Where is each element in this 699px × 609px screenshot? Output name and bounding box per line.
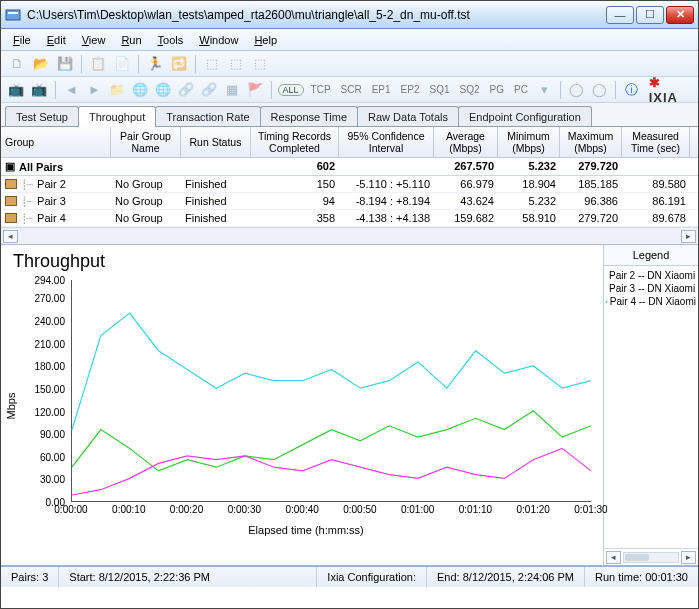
- orb-icon-2[interactable]: ◯: [590, 80, 609, 100]
- x-tick: 0:00:20: [170, 504, 203, 515]
- status-runtime: Run time: 00:01:30: [585, 567, 698, 587]
- tool-icon-3[interactable]: ⬚: [250, 54, 270, 74]
- legend-scroll-right-icon[interactable]: ▸: [681, 551, 696, 564]
- new-icon[interactable]: 🗋: [7, 54, 27, 74]
- col-timing[interactable]: Timing Records Completed: [251, 127, 339, 158]
- orb-icon-1[interactable]: ◯: [567, 80, 586, 100]
- proto-ep2[interactable]: EP2: [398, 83, 423, 96]
- toolbar-main: 🗋 📂 💾 📋 📄 🏃 🔁 ⬚ ⬚ ⬚: [1, 51, 698, 77]
- proto-sq2[interactable]: SQ2: [457, 83, 483, 96]
- y-tick: 60.00: [40, 451, 65, 462]
- col-rp[interactable]: Relative Precision: [690, 127, 699, 158]
- proto-scr[interactable]: SCR: [338, 83, 365, 96]
- tab-response-time[interactable]: Response Time: [260, 106, 358, 126]
- menu-edit[interactable]: Edit: [41, 32, 72, 48]
- pair-icon: [5, 196, 17, 206]
- proto-ep1[interactable]: EP1: [369, 83, 394, 96]
- grid-row-totals[interactable]: ▣ All Pairs 602 267.570 5.232 279.720: [1, 158, 698, 176]
- stop-icon[interactable]: 🔁: [169, 54, 189, 74]
- legend-item[interactable]: Pair 3 -- DN Xiaomi I: [606, 283, 696, 294]
- net-icon-1[interactable]: 🌐: [131, 80, 150, 100]
- scroll-left-icon[interactable]: ◂: [3, 230, 18, 243]
- prev-icon[interactable]: ◄: [62, 80, 81, 100]
- col-avg[interactable]: Average (Mbps): [434, 127, 498, 158]
- endpoint-icon-1[interactable]: 📺: [7, 80, 26, 100]
- proto-sq1[interactable]: SQ1: [426, 83, 452, 96]
- col-pair-group[interactable]: Pair Group Name: [111, 127, 181, 158]
- open-icon[interactable]: 📂: [31, 54, 51, 74]
- proto-pc[interactable]: PC: [511, 83, 531, 96]
- table-row[interactable]: ┊┈ Pair 4No GroupFinished358-4.138 : +4.…: [1, 210, 698, 227]
- legend-hscroll[interactable]: ◂ ▸: [604, 548, 698, 565]
- tab-transaction-rate[interactable]: Transaction Rate: [155, 106, 260, 126]
- menu-help[interactable]: Help: [248, 32, 283, 48]
- menu-file[interactable]: File: [7, 32, 37, 48]
- next-icon[interactable]: ►: [85, 80, 104, 100]
- menu-view[interactable]: View: [76, 32, 112, 48]
- tab-raw-data-totals[interactable]: Raw Data Totals: [357, 106, 459, 126]
- link-icon-2[interactable]: 🔗: [200, 80, 219, 100]
- scroll-right-icon[interactable]: ▸: [681, 230, 696, 243]
- col-min[interactable]: Minimum (Mbps): [498, 127, 560, 158]
- tab-endpoint-configuration[interactable]: Endpoint Configuration: [458, 106, 592, 126]
- window-title: C:\Users\Tim\Desktop\wlan_tests\amped_rt…: [27, 8, 606, 22]
- table-row[interactable]: ┊┈ Pair 3No GroupFinished94-8.194 : +8.1…: [1, 193, 698, 210]
- col-max[interactable]: Maximum (Mbps): [560, 127, 622, 158]
- proto-pg[interactable]: PG: [487, 83, 507, 96]
- y-tick: 180.00: [34, 361, 65, 372]
- x-tick: 0:01:30: [574, 504, 607, 515]
- menu-window[interactable]: Window: [193, 32, 244, 48]
- paste-icon[interactable]: 📄: [112, 54, 132, 74]
- col-group[interactable]: Group: [1, 127, 111, 158]
- minimize-button[interactable]: —: [606, 6, 634, 24]
- col-ci[interactable]: 95% Confidence Interval: [339, 127, 434, 158]
- tab-throughput[interactable]: Throughput: [78, 106, 156, 127]
- table-row[interactable]: ┊┈ Pair 2No GroupFinished150-5.110 : +5.…: [1, 176, 698, 193]
- save-icon[interactable]: 💾: [55, 54, 75, 74]
- x-tick: 0:00:50: [343, 504, 376, 515]
- x-tick: 0:01:10: [459, 504, 492, 515]
- run-icon[interactable]: 🏃: [145, 54, 165, 74]
- close-button[interactable]: ✕: [666, 6, 694, 24]
- collapse-icon[interactable]: ▣: [5, 160, 15, 173]
- grid-hscroll[interactable]: ◂ ▸: [1, 227, 698, 244]
- statusbar: Pairs: 3 Start: 8/12/2015, 2:22:36 PM Ix…: [1, 565, 698, 587]
- col-run-status[interactable]: Run Status: [181, 127, 251, 158]
- results-grid: Group Pair Group Name Run Status Timing …: [1, 127, 698, 245]
- chart-xlabel: Elapsed time (h:mm:ss): [13, 524, 599, 536]
- chart-title: Throughput: [13, 251, 599, 272]
- legend-item[interactable]: Pair 4 -- DN Xiaomi: [606, 296, 696, 307]
- maximize-button[interactable]: ☐: [636, 6, 664, 24]
- menu-tools[interactable]: Tools: [152, 32, 190, 48]
- menu-run[interactable]: Run: [115, 32, 147, 48]
- chevron-down-icon[interactable]: ▾: [535, 80, 554, 100]
- x-tick: 0:01:00: [401, 504, 434, 515]
- proto-tcp[interactable]: TCP: [308, 83, 334, 96]
- flag-icon[interactable]: 🚩: [246, 80, 265, 100]
- legend-label: Pair 3 -- DN Xiaomi I: [609, 283, 698, 294]
- tool-icon-2[interactable]: ⬚: [226, 54, 246, 74]
- filter-all[interactable]: ALL: [278, 84, 304, 96]
- y-tick: 150.00: [34, 383, 65, 394]
- info-icon[interactable]: ⓘ: [622, 80, 641, 100]
- tool-icon-1[interactable]: ⬚: [202, 54, 222, 74]
- legend-item[interactable]: Pair 2 -- DN Xiaomi I: [606, 270, 696, 281]
- link-icon-1[interactable]: 🔗: [177, 80, 196, 100]
- legend-scroll-left-icon[interactable]: ◂: [606, 551, 621, 564]
- col-mt[interactable]: Measured Time (sec): [622, 127, 690, 158]
- y-tick: 210.00: [34, 338, 65, 349]
- x-tick: 0:00:10: [112, 504, 145, 515]
- grid-icon[interactable]: ▦: [223, 80, 242, 100]
- y-tick: 270.00: [34, 293, 65, 304]
- titlebar: C:\Users\Tim\Desktop\wlan_tests\amped_rt…: [1, 1, 698, 29]
- status-end: End: 8/12/2015, 2:24:06 PM: [427, 567, 585, 587]
- legend-label: Pair 2 -- DN Xiaomi I: [609, 270, 698, 281]
- chart-panel: Throughput Mbps 0.0030.0060.0090.00120.0…: [1, 245, 603, 565]
- chart-plot[interactable]: [71, 280, 591, 502]
- tab-test-setup[interactable]: Test Setup: [5, 106, 79, 126]
- copy-icon[interactable]: 📋: [88, 54, 108, 74]
- folder-icon[interactable]: 📁: [108, 80, 127, 100]
- endpoint-icon-2[interactable]: 📺: [30, 80, 49, 100]
- net-icon-2[interactable]: 🌐: [154, 80, 173, 100]
- series-line: [72, 313, 591, 430]
